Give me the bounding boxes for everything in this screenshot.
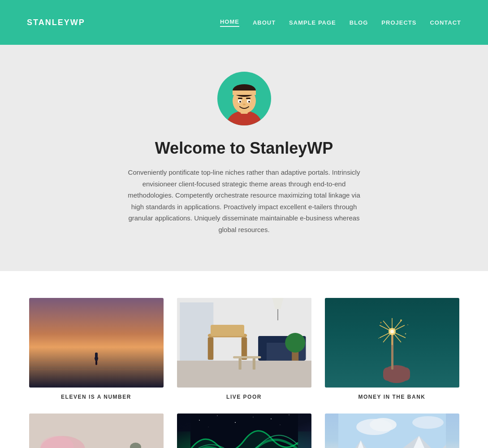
svg-point-7: [239, 101, 241, 103]
nav-contact[interactable]: CONTACT: [430, 19, 461, 26]
list-item: HERE IS AN EXAMPLE: [325, 414, 459, 448]
site-header: STANLEYWP HOME ABOUT SAMPLE PAGE BLOG PR…: [0, 0, 488, 45]
svg-point-74: [370, 418, 397, 431]
svg-point-29: [285, 333, 305, 353]
svg-point-51: [407, 324, 408, 325]
svg-rect-21: [211, 325, 244, 336]
svg-point-64: [235, 422, 236, 423]
list-item: STILL MAKING THESE HERE: [177, 414, 311, 448]
svg-point-63: [217, 415, 218, 416]
svg-point-62: [199, 420, 200, 421]
svg-rect-27: [252, 358, 255, 370]
svg-point-65: [253, 417, 253, 417]
svg-point-8: [248, 101, 250, 103]
list-item: ELEVEN IS A NUMBER: [29, 298, 164, 400]
hero-section: Welcome to StanleyWP Conveniently pontif…: [0, 45, 488, 271]
svg-point-68: [208, 427, 208, 427]
project-thumbnail[interactable]: [29, 414, 164, 448]
list-item: LIVE POOR: [177, 298, 311, 400]
svg-rect-33: [383, 367, 410, 381]
avatar: [217, 72, 271, 125]
svg-rect-26: [238, 358, 241, 370]
list-item: MONEY IN THE BANK: [325, 298, 459, 400]
project-thumbnail[interactable]: [29, 298, 164, 388]
projects-section: ELEVEN IS A NUMBER: [0, 271, 488, 448]
list-item: PROJECTS, PROJECTS, PROJECTS: [29, 414, 164, 448]
project-label: MONEY IN THE BANK: [358, 394, 426, 400]
nav-home[interactable]: HOME: [220, 18, 239, 27]
svg-rect-9: [238, 98, 242, 99]
svg-point-50: [378, 338, 379, 339]
svg-point-47: [400, 319, 402, 321]
hero-description: Conveniently pontificate top-line niches…: [125, 167, 363, 235]
svg-point-49: [405, 333, 406, 335]
svg-point-67: [289, 414, 289, 415]
svg-point-48: [380, 322, 381, 323]
svg-rect-25: [233, 356, 261, 358]
svg-rect-10: [246, 98, 250, 99]
svg-point-69: [280, 424, 280, 425]
svg-rect-19: [207, 337, 213, 360]
project-label: ELEVEN IS A NUMBER: [61, 394, 131, 400]
svg-point-46: [390, 330, 394, 333]
project-thumbnail[interactable]: [177, 298, 311, 388]
svg-rect-4: [233, 90, 256, 95]
svg-rect-15: [177, 361, 311, 388]
nav-projects[interactable]: PROJECTS: [381, 19, 416, 26]
project-thumbnail[interactable]: [325, 414, 459, 448]
project-label: LIVE POOR: [226, 394, 262, 400]
nav-about[interactable]: ABOUT: [253, 19, 276, 26]
site-logo[interactable]: STANLEYWP: [27, 18, 85, 27]
svg-point-66: [271, 418, 272, 419]
main-nav: HOME ABOUT SAMPLE PAGE BLOG PROJECTS CON…: [220, 18, 461, 27]
nav-blog[interactable]: BLOG: [350, 19, 368, 26]
project-thumbnail[interactable]: [177, 414, 311, 448]
nav-sample-page[interactable]: SAMPLE PAGE: [289, 19, 336, 26]
svg-point-75: [412, 416, 444, 429]
project-thumbnail[interactable]: [325, 298, 459, 388]
svg-point-11: [243, 103, 246, 105]
hero-title: Welcome to StanleyWP: [155, 139, 333, 158]
projects-grid: ELEVEN IS A NUMBER: [29, 298, 459, 448]
